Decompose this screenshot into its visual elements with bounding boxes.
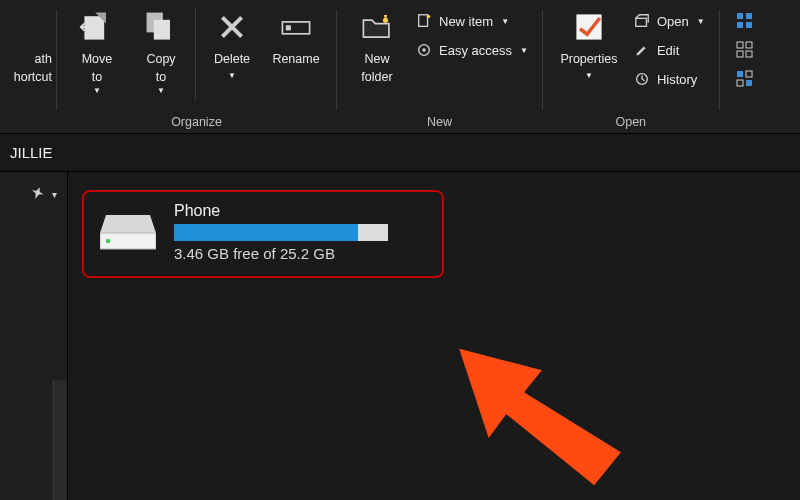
easy-access-label: Easy access (439, 43, 512, 58)
select-none-button[interactable] (734, 37, 756, 63)
chevron-down-icon: ▼ (697, 17, 705, 26)
rename-button[interactable]: Rename (264, 4, 328, 72)
ribbon-group-open: Properties ▼ Open ▼ Edit (543, 4, 719, 133)
history-button[interactable]: History (631, 66, 707, 92)
new-item-button[interactable]: New item ▼ (413, 8, 530, 34)
drive-free-text: 3.46 GB free of 25.2 GB (174, 245, 388, 262)
svg-point-31 (106, 239, 110, 243)
svg-rect-27 (746, 80, 752, 86)
svg-point-12 (422, 48, 426, 52)
open-icon (633, 12, 651, 30)
main-pane: Phone 3.46 GB free of 25.2 GB (68, 172, 800, 500)
svg-rect-9 (419, 15, 428, 27)
ribbon-group-label-new: New (427, 115, 452, 129)
rename-icon (277, 8, 315, 46)
rename-label: Rename (272, 52, 319, 68)
paste-shortcut-icon (14, 8, 52, 46)
delete-icon (213, 8, 251, 46)
ribbon-group-select-partial (720, 4, 760, 133)
content-area: ▾ Phone 3.46 GB (0, 172, 800, 500)
ribbon-clipboard-partial: ath hortcut (0, 4, 56, 89)
ribbon-group-label-organize: Organize (171, 115, 222, 129)
svg-rect-21 (746, 42, 752, 48)
new-item-icon (415, 12, 433, 30)
copy-to-label-2: to (156, 70, 166, 84)
ribbon-group-organize: Move to▼ Copy to▼ (57, 4, 336, 133)
move-to-icon (78, 8, 116, 46)
svg-rect-23 (746, 51, 752, 57)
history-icon (633, 70, 651, 88)
easy-access-button[interactable]: Easy access ▼ (413, 37, 530, 63)
new-folder-icon (358, 8, 396, 46)
breadcrumb[interactable]: JILLIE (0, 134, 800, 172)
chevron-down-icon: ▼ (156, 86, 166, 96)
svg-rect-19 (746, 22, 752, 28)
breadcrumb-location: JILLIE (10, 144, 53, 161)
quick-access-pin-row[interactable]: ▾ (4, 180, 63, 209)
svg-rect-18 (737, 22, 743, 28)
delete-button[interactable]: Delete ▼ (200, 4, 264, 85)
svg-rect-22 (737, 51, 743, 57)
ribbon-group-new: New folder New item ▼ Easy access ▼ (337, 4, 542, 133)
chevron-down-icon: ▼ (228, 71, 236, 81)
svg-rect-17 (746, 13, 752, 19)
nav-scrollbar-stub (53, 380, 67, 500)
chevron-down-icon: ▼ (92, 86, 102, 96)
delete-label: Delete (214, 52, 250, 68)
drive-item-phone[interactable]: Phone 3.46 GB free of 25.2 GB (100, 202, 424, 262)
properties-label: Properties (560, 52, 617, 68)
drive-icon (100, 211, 156, 253)
invert-selection-button[interactable] (734, 66, 756, 92)
open-label: Open (657, 14, 689, 29)
ribbon-separator (195, 8, 196, 100)
edit-button[interactable]: Edit (631, 37, 707, 63)
ribbon: ath hortcut Move to▼ (0, 0, 800, 134)
open-button[interactable]: Open ▼ (631, 8, 707, 34)
copy-path-label-partial: ath (35, 52, 52, 68)
paste-shortcut-label-partial: hortcut (14, 70, 52, 86)
copy-to-icon (142, 8, 180, 46)
new-folder-label-2: folder (361, 70, 392, 86)
capacity-bar (174, 224, 388, 241)
svg-rect-20 (737, 42, 743, 48)
pin-icon (28, 184, 47, 205)
properties-button[interactable]: Properties ▼ (551, 4, 627, 85)
move-to-label-1: Move (82, 52, 113, 68)
select-all-icon (736, 12, 754, 30)
capacity-fill (174, 224, 358, 241)
svg-rect-7 (286, 25, 291, 30)
chevron-down-icon: ▼ (501, 17, 509, 26)
move-to-button[interactable]: Move to▼ (65, 4, 129, 100)
ribbon-group-label-open: Open (615, 115, 646, 129)
easy-access-icon (415, 41, 433, 59)
svg-rect-3 (154, 20, 170, 40)
drive-info: Phone 3.46 GB free of 25.2 GB (174, 202, 388, 262)
chevron-down-icon: ▾ (52, 189, 57, 200)
annotation-highlight: Phone 3.46 GB free of 25.2 GB (82, 190, 444, 278)
new-item-label: New item (439, 14, 493, 29)
copy-to-label-1: Copy (146, 52, 175, 68)
select-none-icon (736, 41, 754, 59)
svg-rect-14 (636, 18, 647, 26)
edit-label: Edit (657, 43, 679, 58)
new-folder-button[interactable]: New folder (345, 4, 409, 89)
svg-marker-28 (100, 215, 156, 233)
history-label: History (657, 72, 697, 87)
edit-icon (633, 41, 651, 59)
invert-selection-icon (736, 70, 754, 88)
svg-rect-24 (737, 71, 743, 77)
svg-rect-26 (737, 80, 743, 86)
svg-point-10 (427, 15, 431, 19)
drive-name: Phone (174, 202, 388, 220)
svg-rect-16 (737, 13, 743, 19)
chevron-down-icon: ▼ (585, 71, 593, 81)
properties-icon (570, 8, 608, 46)
new-folder-label-1: New (364, 52, 389, 68)
copy-to-button[interactable]: Copy to▼ (129, 4, 193, 100)
svg-rect-25 (746, 71, 752, 77)
move-to-label-2: to (92, 70, 102, 84)
navigation-pane[interactable]: ▾ (0, 172, 68, 500)
chevron-down-icon: ▼ (520, 46, 528, 55)
select-all-button[interactable] (734, 8, 756, 34)
